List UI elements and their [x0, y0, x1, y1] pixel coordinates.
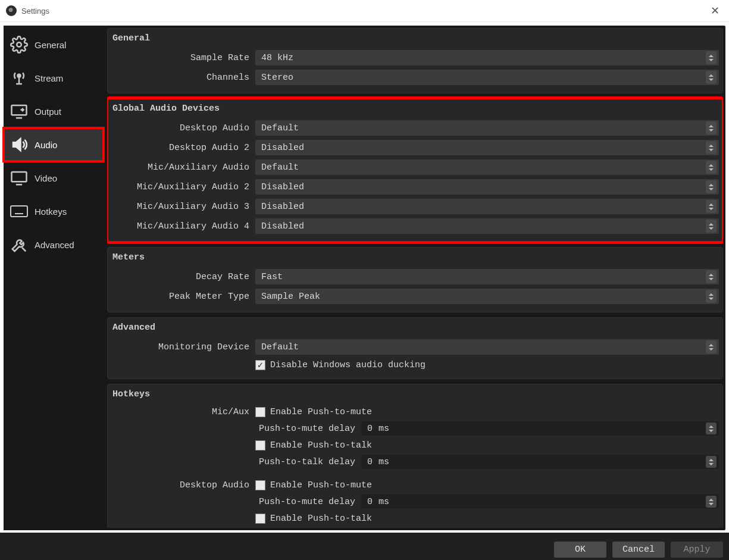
group-title: Global Audio Devices — [111, 101, 719, 117]
speaker-icon — [8, 134, 30, 155]
apply-button[interactable]: Apply — [671, 542, 723, 558]
ducking-label: Disable Windows audio ducking — [270, 360, 425, 370]
desktop-audio2-select[interactable]: Disabled — [255, 140, 719, 155]
channels-label: Channels — [111, 73, 255, 83]
sidebar: General Stream Output Audio Video — [4, 26, 104, 530]
stepper-icon[interactable] — [706, 456, 717, 468]
push-talk-delay-label: Push-to-talk delay — [259, 457, 355, 467]
group-title: General — [111, 31, 719, 47]
stepper-icon[interactable] — [706, 180, 717, 193]
sample-rate-select[interactable]: 48 kHz — [255, 50, 719, 65]
keyboard-icon — [8, 201, 30, 222]
sidebar-item-label: General — [35, 40, 66, 50]
stepper-icon[interactable] — [706, 141, 717, 154]
stepper-icon[interactable] — [706, 290, 717, 303]
workspace: General Stream Output Audio Video — [4, 26, 725, 530]
stepper-icon[interactable] — [706, 200, 717, 213]
stepper-icon[interactable] — [706, 496, 717, 508]
monitoring-select[interactable]: Default — [255, 339, 719, 355]
sidebar-item-output[interactable]: Output — [4, 95, 104, 128]
desktop-audio-label: Desktop Audio — [111, 123, 255, 133]
ok-button[interactable]: OK — [554, 542, 606, 558]
channels-select[interactable]: Stereo — [255, 70, 719, 85]
mic-aux2-label: Mic/Auxiliary Audio 2 — [111, 182, 255, 192]
sidebar-item-video[interactable]: Video — [4, 161, 104, 195]
peak-label: Peak Meter Type — [111, 292, 255, 302]
desktop-mute-delay-input[interactable]: 0 ms — [361, 495, 719, 509]
mic-aux2-select[interactable]: Disabled — [255, 179, 719, 195]
peak-select[interactable]: Sample Peak — [255, 289, 719, 304]
group-title: Meters — [111, 250, 719, 266]
group-title: Advanced — [111, 320, 719, 336]
group-meters: Meters Decay Rate Fast Peak Meter Type S… — [107, 247, 723, 312]
group-global-audio: Global Audio Devices Desktop Audio Defau… — [107, 98, 723, 242]
mic-aux-label: Mic/Auxiliary Audio — [111, 162, 255, 173]
group-general: General Sample Rate 48 kHz Channels Ster… — [107, 28, 723, 93]
group-hotkeys: Hotkeys Mic/Aux Enable Push-to-mute Push… — [107, 384, 723, 528]
stepper-icon[interactable] — [706, 270, 717, 283]
sidebar-item-stream[interactable]: Stream — [4, 61, 104, 95]
sidebar-item-label: Output — [35, 107, 61, 117]
bottom-bar: OK Cancel Apply — [0, 533, 729, 560]
app-icon — [6, 5, 17, 16]
content: General Sample Rate 48 kHz Channels Ster… — [104, 26, 725, 530]
sidebar-item-label: Video — [35, 173, 57, 183]
sidebar-item-label: Stream — [35, 73, 63, 83]
monitoring-label: Monitoring Device — [111, 342, 255, 352]
stepper-icon[interactable] — [706, 340, 717, 353]
tools-icon — [8, 234, 30, 255]
stepper-icon[interactable] — [706, 161, 717, 174]
mic-aux-select[interactable]: Default — [255, 159, 719, 175]
push-mute-delay-label: Push-to-mute delay — [259, 424, 355, 434]
push-talk-label: Enable Push-to-talk — [270, 514, 372, 524]
stepper-icon[interactable] — [706, 121, 717, 134]
mic-aux3-select[interactable]: Disabled — [255, 199, 719, 214]
window-title: Settings — [21, 7, 49, 15]
push-talk-label: Enable Push-to-talk — [270, 440, 372, 450]
decay-label: Decay Rate — [111, 272, 255, 282]
sidebar-item-advanced[interactable]: Advanced — [4, 228, 104, 261]
mic-aux4-label: Mic/Auxiliary Audio 4 — [111, 221, 255, 231]
push-mute-label: Enable Push-to-mute — [270, 480, 372, 490]
titlebar: Settings ✕ — [0, 0, 729, 22]
sidebar-item-label: Audio — [35, 140, 57, 150]
sidebar-item-audio[interactable]: Audio — [4, 128, 104, 161]
stepper-icon[interactable] — [706, 423, 717, 434]
desktop-pushmute-checkbox[interactable] — [255, 480, 265, 490]
desktop-audio2-label: Desktop Audio 2 — [111, 143, 255, 153]
close-icon[interactable]: ✕ — [707, 4, 723, 17]
svg-rect-4 — [11, 206, 27, 217]
desktop-pushtalk-checkbox[interactable] — [255, 514, 265, 524]
micaux-label: Mic/Aux — [111, 407, 255, 417]
stepper-icon[interactable] — [706, 51, 717, 64]
mic-aux3-label: Mic/Auxiliary Audio 3 — [111, 202, 255, 212]
sidebar-item-general[interactable]: General — [4, 28, 104, 61]
micaux-mute-delay-input[interactable]: 0 ms — [361, 421, 719, 436]
group-advanced: Advanced Monitoring Device Default ✓ Dis… — [107, 317, 723, 379]
svg-rect-3 — [12, 172, 27, 182]
cancel-button[interactable]: Cancel — [612, 542, 665, 558]
output-icon — [8, 101, 30, 122]
sidebar-item-label: Advanced — [35, 240, 74, 250]
svg-rect-2 — [12, 105, 27, 115]
push-mute-label: Enable Push-to-mute — [270, 407, 372, 417]
desktop-audio-select[interactable]: Default — [255, 120, 719, 136]
desktop-label: Desktop Audio — [111, 480, 255, 490]
sidebar-item-label: Hotkeys — [35, 207, 67, 217]
decay-select[interactable]: Fast — [255, 269, 719, 284]
sample-rate-label: Sample Rate — [111, 53, 255, 63]
stepper-icon[interactable] — [706, 71, 717, 84]
micaux-pushtalk-checkbox[interactable] — [255, 440, 265, 450]
micaux-talk-delay-input[interactable]: 0 ms — [361, 455, 719, 469]
monitor-icon — [8, 167, 30, 189]
push-mute-delay-label: Push-to-mute delay — [259, 497, 355, 507]
micaux-pushmute-checkbox[interactable] — [255, 407, 265, 417]
mic-aux4-select[interactable]: Disabled — [255, 218, 719, 234]
sidebar-item-hotkeys[interactable]: Hotkeys — [4, 195, 104, 228]
svg-point-1 — [18, 74, 21, 77]
broadcast-icon — [8, 67, 30, 89]
svg-point-0 — [17, 42, 21, 47]
ducking-checkbox[interactable]: ✓ — [255, 360, 265, 370]
gear-icon — [8, 34, 30, 55]
stepper-icon[interactable] — [706, 220, 717, 233]
